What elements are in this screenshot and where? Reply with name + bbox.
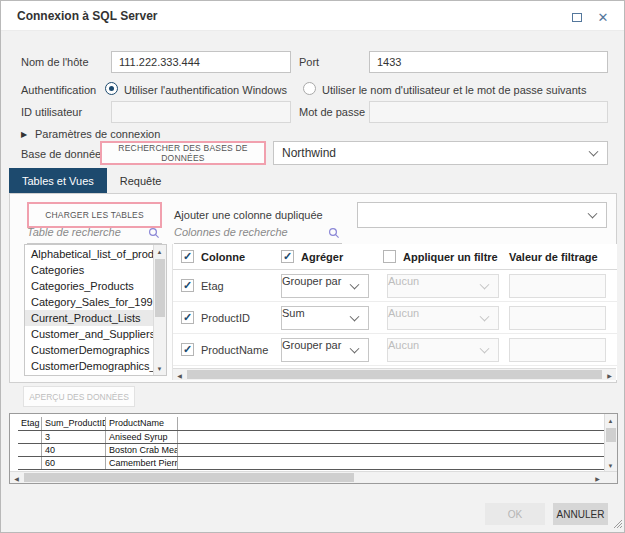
preview-vscrollbar[interactable]: ▲ ▼: [604, 414, 617, 472]
list-item[interactable]: CustomerDemographics_Custor: [25, 358, 153, 374]
data-preview-button[interactable]: APERÇU DES DONNÉES: [23, 386, 135, 407]
apply-filter-header-label: Appliquer un filtre: [403, 251, 498, 263]
resize-grip[interactable]: [612, 518, 622, 530]
preview-hscrollbar[interactable]: ◀ ▶: [10, 471, 617, 483]
load-tables-button[interactable]: CHARGER LES TABLES: [27, 202, 162, 228]
table-row: ✓ProductNameGrouper parAucun: [173, 334, 617, 366]
scroll-up-icon[interactable]: ▲: [153, 245, 166, 258]
scroll-up-icon[interactable]: ▲: [604, 414, 617, 427]
scroll-left-icon[interactable]: ◀: [10, 472, 23, 484]
column-checkbox[interactable]: ✓: [181, 343, 194, 356]
list-item[interactable]: Alphabetical_list_of_products: [25, 246, 153, 262]
filter-dropdown[interactable]: Aucun: [387, 306, 499, 330]
preview-table-row[interactable]: 40Boston Crab Meat: [18, 444, 604, 457]
filter-value-input[interactable]: [509, 338, 606, 362]
data-preview-grid: EtagSum_ProductIDProductName 3Aniseed Sy…: [18, 417, 604, 472]
search-databases-button[interactable]: RECHERCHER DES BASES DE DONNÉES: [100, 141, 266, 165]
dialog-title: Connexion à SQL Server: [17, 9, 158, 23]
aggregate-header-checkbox[interactable]: ✓: [281, 250, 294, 263]
maximize-button[interactable]: [564, 7, 590, 27]
host-input[interactable]: [111, 51, 291, 73]
check-icon: ✓: [183, 251, 192, 262]
list-item[interactable]: Current_Product_Lists: [25, 310, 153, 326]
column-checkbox[interactable]: ✓: [181, 311, 194, 324]
database-dropdown-value: Northwind: [282, 146, 336, 160]
filter-dropdown[interactable]: Aucun: [387, 338, 499, 362]
search-icon: [148, 227, 160, 241]
expander-arrow-icon: ▶: [21, 130, 27, 139]
userpass-auth-label[interactable]: Utiliser le nom d'utilisateur et le mot …: [322, 84, 586, 96]
aggregate-header-label: Agréger: [301, 251, 343, 263]
table-list-scrollbar[interactable]: ▲ ▼: [153, 245, 166, 375]
password-label: Mot de passe: [299, 106, 365, 118]
check-icon: ✓: [183, 312, 192, 323]
aggregate-dropdown[interactable]: Sum: [281, 306, 369, 330]
preview-table-row[interactable]: 60Camembert Pierrot: [18, 457, 604, 470]
preview-table-row[interactable]: 3Aniseed Syrup: [18, 431, 604, 444]
preview-header-cell: ProductName: [106, 417, 178, 430]
columns-search-input[interactable]: Colonnes de recherche: [174, 226, 342, 244]
columns-grid-hscrollbar[interactable]: ◀ ▶: [173, 368, 616, 380]
preview-cell-filler: [178, 431, 604, 443]
chevron-down-icon: [588, 209, 598, 219]
list-item[interactable]: Categories_Products: [25, 278, 153, 294]
close-button[interactable]: ✕: [590, 7, 616, 27]
password-input[interactable]: [369, 101, 608, 123]
connection-params-expander[interactable]: Paramètres de connexion: [35, 128, 160, 140]
userid-label: ID utilisateur: [21, 106, 82, 118]
windows-auth-label[interactable]: Utiliser l'authentification Windows: [124, 84, 287, 96]
sql-server-connection-dialog: Connexion à SQL Server ✕ Nom de l'hôte P…: [0, 0, 625, 533]
scrollbar-thumb[interactable]: [187, 370, 602, 379]
windows-auth-radio[interactable]: [105, 82, 118, 95]
list-item[interactable]: Category_Sales_for_1997: [25, 294, 153, 310]
filter-dropdown[interactable]: Aucun: [387, 274, 499, 298]
apply-filter-header-checkbox[interactable]: [383, 250, 396, 263]
preview-cell-filler: [178, 457, 604, 469]
scrollbar-thumb[interactable]: [606, 428, 616, 442]
columns-grid-header: ✓ Colonne ✓ Agréger Appliquer un filtre …: [173, 244, 617, 270]
column-header-checkbox[interactable]: ✓: [181, 250, 194, 263]
scrollbar-thumb[interactable]: [24, 473, 354, 482]
filter-value-input[interactable]: [509, 274, 606, 298]
cancel-button[interactable]: ANNULER: [553, 503, 608, 525]
search-icon: [328, 227, 340, 241]
columns-grid: ✓ Colonne ✓ Agréger Appliquer un filtre …: [172, 244, 617, 380]
table-search-input[interactable]: Table de recherche: [27, 226, 162, 244]
scroll-left-icon[interactable]: ◀: [173, 369, 186, 381]
scroll-right-icon[interactable]: ▶: [603, 369, 616, 381]
chevron-down-icon: [350, 344, 360, 354]
ok-button[interactable]: OK: [485, 503, 545, 525]
check-icon: ✓: [183, 344, 192, 355]
preview-header-filler: [178, 417, 604, 430]
preview-header-cell: Etag: [18, 417, 42, 430]
scroll-right-icon[interactable]: ▶: [591, 472, 604, 484]
port-input[interactable]: [369, 51, 608, 73]
chevron-down-icon: [350, 312, 360, 322]
list-item[interactable]: Categories: [25, 262, 153, 278]
duplicate-column-dropdown[interactable]: [357, 202, 607, 228]
aggregate-dropdown[interactable]: Grouper par: [281, 274, 369, 298]
preview-cell-filler: [178, 444, 604, 456]
maximize-icon: [572, 13, 582, 22]
aggregate-dropdown[interactable]: Grouper par: [281, 338, 369, 362]
database-dropdown[interactable]: Northwind: [273, 141, 608, 165]
list-item[interactable]: CustomerDemographics: [25, 342, 153, 358]
aggregate-value: Sum: [282, 307, 305, 319]
table-row: ✓EtagGrouper parAucun: [173, 270, 617, 302]
check-icon: ✓: [183, 280, 192, 291]
preview-cell: [18, 444, 42, 456]
userpass-auth-radio[interactable]: [303, 82, 316, 95]
scroll-down-icon[interactable]: ▼: [153, 362, 166, 375]
tab-query[interactable]: Requête: [107, 168, 175, 193]
column-checkbox[interactable]: ✓: [181, 279, 194, 292]
table-search-placeholder: Table de recherche: [27, 226, 121, 238]
filter-value-input[interactable]: [509, 306, 606, 330]
chevron-down-icon: [480, 344, 490, 354]
list-item[interactable]: Customer_and_Suppliers_by_Cit: [25, 326, 153, 342]
filter-value-text: Aucun: [388, 339, 419, 351]
tab-tables-views[interactable]: Tables et Vues: [9, 168, 107, 193]
preview-cell: 3: [42, 431, 106, 443]
host-label: Nom de l'hôte: [21, 56, 89, 68]
scrollbar-thumb[interactable]: [155, 259, 165, 317]
userid-input[interactable]: [111, 101, 291, 123]
